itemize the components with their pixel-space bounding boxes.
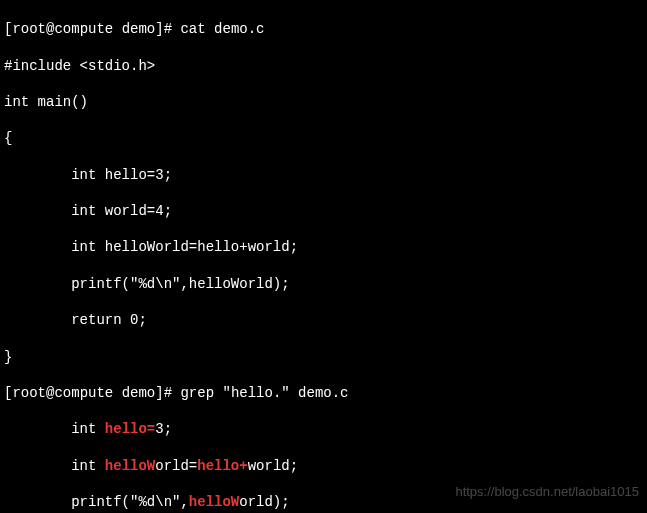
prompt-line: [root@compute demo]# cat demo.c xyxy=(4,20,643,38)
command-cat: cat demo.c xyxy=(180,21,264,37)
command-grep1: grep "hello." demo.c xyxy=(180,385,348,401)
source-line: #include <stdio.h> xyxy=(4,57,643,75)
source-line: printf("%d\n",helloWorld); xyxy=(4,275,643,293)
prompt-cwd: demo xyxy=(122,21,156,37)
grep-match: hello= xyxy=(105,421,155,437)
terminal-output[interactable]: [root@compute demo]# cat demo.c #include… xyxy=(0,0,647,513)
grep-output: printf("%d\n",helloWorld); xyxy=(4,493,643,511)
grep-match: hello+ xyxy=(197,458,247,474)
source-line: } xyxy=(4,348,643,366)
grep-match: helloW xyxy=(105,458,155,474)
grep-match: helloW xyxy=(189,494,239,510)
prompt-host: compute xyxy=(54,21,113,37)
source-line: int hello=3; xyxy=(4,166,643,184)
source-line: { xyxy=(4,129,643,147)
prompt-user: root xyxy=(12,21,46,37)
grep-output: int helloWorld=hello+world; xyxy=(4,457,643,475)
prompt-symbol: # xyxy=(164,21,172,37)
source-line: int helloWorld=hello+world; xyxy=(4,238,643,256)
source-line: int main() xyxy=(4,93,643,111)
prompt-line: [root@compute demo]# grep "hello." demo.… xyxy=(4,384,643,402)
source-line: return 0; xyxy=(4,311,643,329)
prompt-close: ] xyxy=(155,21,163,37)
grep-output: int hello=3; xyxy=(4,420,643,438)
source-line: int world=4; xyxy=(4,202,643,220)
